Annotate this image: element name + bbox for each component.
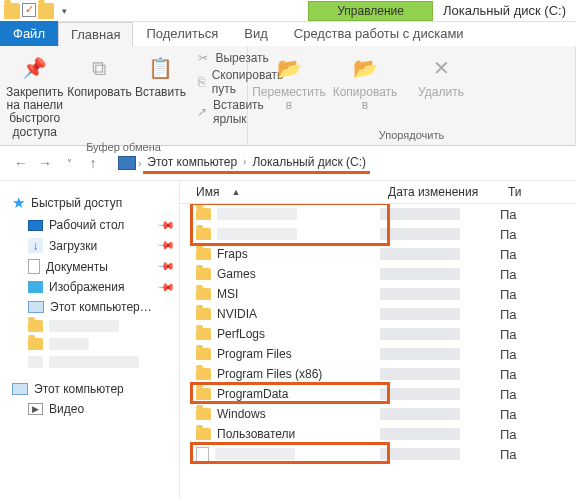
list-item[interactable]: Па	[180, 444, 576, 464]
list-item-type: Па	[500, 427, 540, 442]
folder-icon	[28, 338, 43, 350]
breadcrumb-pc[interactable]: Этот компьютер	[147, 155, 237, 169]
sidebar-blur-3[interactable]	[26, 353, 175, 371]
sidebar-blur-1[interactable]	[26, 317, 175, 335]
list-item-type: Па	[500, 207, 540, 222]
column-type-header[interactable]: Ти	[500, 185, 540, 199]
column-name-header[interactable]: Имя▲	[180, 185, 380, 199]
list-item[interactable]: ProgramDataПа	[180, 384, 576, 404]
sidebar-this-pc-short[interactable]: Этот компьютер…	[26, 297, 175, 317]
list-header: Имя▲ Дата изменения Ти	[180, 181, 576, 204]
back-button[interactable]: ←	[10, 152, 32, 174]
sidebar-item-label	[49, 356, 139, 368]
pin-label: Закрепить на панели быстрого доступа	[6, 86, 63, 139]
downloads-icon: ↓	[28, 238, 43, 253]
list-item-name: Пользователи	[217, 427, 295, 441]
sidebar-pictures[interactable]: Изображения📌	[26, 277, 175, 297]
sidebar-downloads[interactable]: ↓Загрузки📌	[26, 235, 175, 256]
list-item[interactable]: MSIПа	[180, 284, 576, 304]
copy-button[interactable]: ⧉ Копировать	[69, 48, 129, 99]
app-icon	[4, 3, 20, 19]
tab-home[interactable]: Главная	[58, 22, 133, 46]
star-icon: ★	[12, 194, 25, 212]
forward-button[interactable]: →	[34, 152, 56, 174]
qat-folder-icon[interactable]	[38, 3, 54, 19]
quick-access-toolbar: ✓ ▾	[0, 1, 76, 21]
copy-to-button[interactable]: 📂 Копировать в	[330, 48, 400, 112]
list-item[interactable]: Program Files (x86)Па	[180, 364, 576, 384]
list-item[interactable]: Па	[180, 204, 576, 224]
sidebar-item-label	[49, 338, 89, 350]
delete-label: Удалить	[418, 86, 464, 99]
sidebar-documents[interactable]: Документы📌	[26, 256, 175, 277]
folder-icon	[196, 408, 211, 420]
list-item[interactable]: Program FilesПа	[180, 344, 576, 364]
delete-button[interactable]: ✕ Удалить	[406, 48, 476, 99]
sort-asc-icon: ▲	[231, 187, 240, 197]
list-item-type: Па	[500, 387, 540, 402]
list-item-type: Па	[500, 307, 540, 322]
pin-icon: 📌	[156, 215, 175, 234]
list-item-date	[380, 288, 460, 300]
chevron-right-icon: ›	[138, 158, 141, 169]
list-item[interactable]: PerfLogsПа	[180, 324, 576, 344]
col-type-label: Ти	[508, 185, 522, 199]
folder-icon	[196, 288, 211, 300]
sidebar-quick-access[interactable]: ★Быстрый доступ	[10, 191, 175, 215]
column-date-header[interactable]: Дата изменения	[380, 185, 500, 199]
list-item[interactable]: GamesПа	[180, 264, 576, 284]
address-bar: ← → ˅ ↑ › Этот компьютер › Локальный дис…	[0, 146, 576, 181]
list-item-name: MSI	[217, 287, 238, 301]
tab-view[interactable]: Вид	[231, 21, 281, 46]
list-item[interactable]: NVIDIAПа	[180, 304, 576, 324]
group-organize-label: Упорядочить	[254, 127, 569, 143]
breadcrumb-drive[interactable]: Локальный диск (C:)	[252, 155, 366, 169]
list-item-name: ProgramData	[217, 387, 288, 401]
list-item-date	[380, 428, 460, 440]
list-item-name: Program Files (x86)	[217, 367, 322, 381]
context-tab-label: Управление	[308, 1, 433, 21]
sidebar-item-label: Документы	[46, 260, 108, 274]
sidebar-item-label: Рабочий стол	[49, 218, 124, 232]
pictures-icon	[28, 281, 43, 293]
pin-quickaccess-button[interactable]: 📌 Закрепить на панели быстрого доступа	[6, 48, 63, 139]
list-item-type: Па	[500, 407, 540, 422]
pin-icon: 📌	[156, 236, 175, 255]
sidebar-videos[interactable]: ▶Видео	[26, 399, 175, 419]
list-item[interactable]: ПользователиПа	[180, 424, 576, 444]
sidebar-desktop[interactable]: Рабочий стол📌	[26, 215, 175, 235]
sidebar-item-label: Быстрый доступ	[31, 196, 122, 210]
sidebar-item-label: Изображения	[49, 280, 124, 294]
breadcrumb[interactable]: Этот компьютер › Локальный диск (C:)	[143, 153, 370, 174]
file-icon	[196, 447, 209, 462]
tab-share[interactable]: Поделиться	[133, 21, 231, 46]
recent-dropdown[interactable]: ˅	[58, 152, 80, 174]
shortcut-icon: ↗	[195, 104, 209, 120]
copyto-label: Копировать в	[330, 86, 400, 112]
list-item[interactable]: WindowsПа	[180, 404, 576, 424]
tab-file[interactable]: Файл	[0, 21, 58, 46]
sidebar-this-pc[interactable]: Этот компьютер	[10, 379, 175, 399]
sidebar-item-label: Этот компьютер…	[50, 300, 152, 314]
copy-icon: ⧉	[83, 52, 115, 84]
copypath-icon: ⎘	[195, 74, 207, 90]
copy-label: Копировать	[67, 86, 132, 99]
list-item-date	[380, 228, 460, 240]
move-to-button[interactable]: 📂 Переместить в	[254, 48, 324, 112]
list-item-type: Па	[500, 287, 540, 302]
list-item-date	[380, 348, 460, 360]
list-item-type: Па	[500, 347, 540, 362]
qat-checkbox-icon[interactable]: ✓	[22, 3, 36, 17]
pin-icon: 📌	[156, 277, 175, 296]
tab-drive-tools[interactable]: Средства работы с дисками	[281, 21, 477, 46]
list-item[interactable]: Па	[180, 224, 576, 244]
up-button[interactable]: ↑	[82, 152, 104, 174]
sidebar-blur-2[interactable]	[26, 335, 175, 353]
list-item-name: Program Files	[217, 347, 292, 361]
list-item[interactable]: FrapsПа	[180, 244, 576, 264]
paste-button[interactable]: 📋 Вставить	[135, 48, 185, 99]
folder-icon	[196, 308, 211, 320]
blank-icon	[28, 356, 43, 368]
qat-dropdown-icon[interactable]: ▾	[56, 3, 72, 19]
list-item-type: Па	[500, 367, 540, 382]
